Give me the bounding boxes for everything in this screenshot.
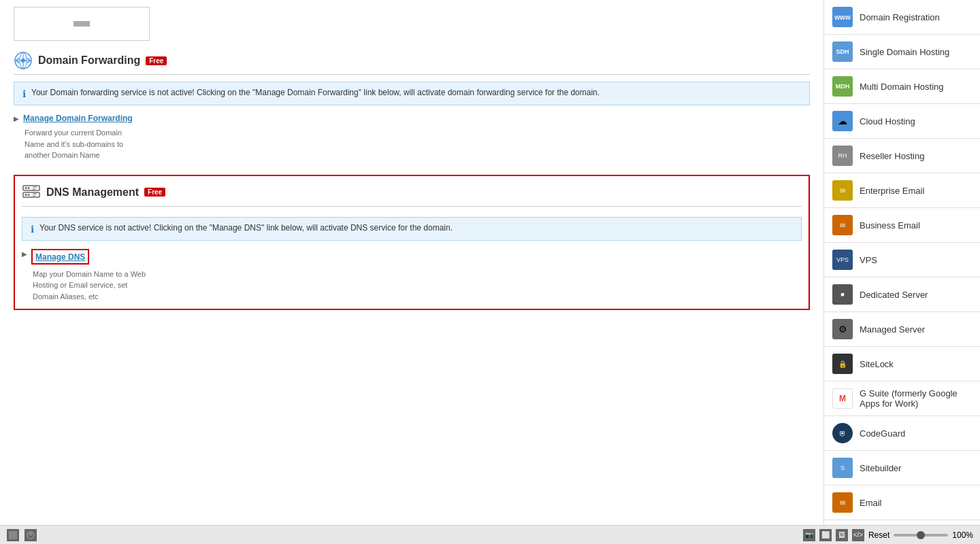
- arrow-icon: ▶: [14, 115, 19, 122]
- manage-forwarding-link[interactable]: Manage Domain Forwarding: [23, 114, 133, 123]
- svg-rect-15: [9, 531, 17, 539]
- sidebar-label-business-email: Business Email: [860, 220, 920, 231]
- sidebar-label-managed-server: Managed Server: [860, 324, 925, 335]
- toolbar-icon-1[interactable]: [7, 529, 19, 541]
- dns-management-icon: [22, 183, 41, 202]
- sidebar-icon-sitelock: 🔒: [832, 354, 853, 374]
- sidebar-label-codeguard: CodeGuard: [860, 428, 905, 439]
- top-thumbnail: [14, 7, 150, 41]
- sidebar-label-sitebuilder: Sitebuilder: [860, 463, 901, 473]
- manage-dns-link[interactable]: Manage DNS: [35, 252, 85, 262]
- info-icon: ℹ: [22, 88, 26, 99]
- svg-point-4: [21, 58, 25, 63]
- sidebar-item-vps[interactable]: VPSVPS: [824, 243, 980, 277]
- svg-point-10: [28, 194, 30, 196]
- zoom-slider[interactable]: [894, 534, 948, 537]
- svg-point-9: [28, 187, 30, 189]
- sidebar-item-single-domain-hosting[interactable]: SDHSingle Domain Hosting: [824, 35, 980, 69]
- dns-management-title: DNS Management: [46, 186, 139, 199]
- sidebar-icon-gsuite: M: [832, 388, 853, 409]
- dns-management-info: ℹ Your DNS service is not active! Clicki…: [22, 217, 802, 241]
- sidebar: wwwDomain RegistrationSDHSingle Domain H…: [823, 0, 980, 544]
- sidebar-item-email[interactable]: ✉Email: [824, 486, 980, 520]
- sidebar-label-reseller-hosting: Reseller Hosting: [860, 151, 924, 161]
- bottom-toolbar: 📷 ⬜ 🖼 </> Reset 100%: [0, 525, 980, 544]
- sidebar-icon-reseller-hosting: RH: [832, 146, 853, 166]
- sidebar-item-dedicated-server[interactable]: ■Dedicated Server: [824, 277, 980, 312]
- sidebar-label-domain-registration: Domain Registration: [860, 12, 940, 22]
- sidebar-item-domain-registration[interactable]: wwwDomain Registration: [824, 0, 980, 35]
- manage-dns-highlight: Manage DNS: [31, 249, 89, 265]
- sidebar-icon-vps: VPS: [832, 250, 853, 270]
- domain-forwarding-section: Domain Forwarding Free ℹ Your Domain for…: [14, 51, 810, 161]
- sidebar-label-enterprise-email: Enterprise Email: [860, 186, 924, 196]
- dns-management-section: DNS Management Free ℹ Your DNS service i…: [14, 175, 810, 311]
- sidebar-label-single-domain-hosting: Single Domain Hosting: [860, 47, 949, 57]
- svg-point-8: [25, 194, 27, 196]
- sidebar-item-gsuite[interactable]: MG Suite (formerly Google Apps for Work): [824, 381, 980, 416]
- sidebar-item-enterprise-email[interactable]: ✉Enterprise Email: [824, 173, 980, 208]
- domain-forwarding-info-text: Your Domain forwarding service is not ac…: [31, 88, 600, 97]
- zoom-level: 100%: [952, 530, 973, 540]
- thumb-button[interactable]: [74, 21, 90, 27]
- sidebar-item-sitebuilder[interactable]: SSitebuilder: [824, 451, 980, 486]
- window-icon[interactable]: ⬜: [819, 529, 832, 541]
- sidebar-label-cloud-hosting: Cloud Hosting: [860, 116, 915, 126]
- sidebar-label-gsuite: G Suite (formerly Google Apps for Work): [860, 388, 972, 409]
- dns-management-desc: Map your Domain Name to a WebHosting or …: [33, 269, 802, 303]
- sidebar-icon-domain-registration: www: [832, 7, 853, 27]
- camera-icon[interactable]: 📷: [803, 529, 815, 541]
- dns-arrow-icon: ▶: [22, 250, 27, 258]
- sidebar-item-cloud-hosting[interactable]: ☁Cloud Hosting: [824, 104, 980, 139]
- reset-button[interactable]: Reset: [868, 530, 889, 540]
- sidebar-icon-sitebuilder: S: [832, 458, 853, 478]
- sidebar-label-email: Email: [860, 498, 882, 508]
- dns-management-info-text: Your DNS service is not active! Clicking…: [39, 223, 453, 233]
- sidebar-item-codeguard[interactable]: ⛨CodeGuard: [824, 416, 980, 451]
- sidebar-label-sitelock: SiteLock: [860, 359, 894, 369]
- image-icon[interactable]: 🖼: [836, 529, 848, 541]
- code-icon[interactable]: </>: [852, 529, 864, 541]
- sidebar-icon-single-domain-hosting: SDH: [832, 41, 853, 62]
- sidebar-icon-cloud-hosting: ☁: [832, 111, 853, 131]
- sidebar-icon-multi-domain-hosting: MDH: [832, 76, 853, 97]
- toolbar-icon-2[interactable]: [24, 529, 37, 541]
- dns-management-badge: Free: [144, 188, 165, 197]
- domain-forwarding-icon: [14, 51, 33, 70]
- sidebar-label-vps: VPS: [860, 255, 877, 265]
- sidebar-item-multi-domain-hosting[interactable]: MDHMulti Domain Hosting: [824, 69, 980, 104]
- sidebar-label-multi-domain-hosting: Multi Domain Hosting: [860, 82, 944, 92]
- sidebar-item-reseller-hosting[interactable]: RHReseller Hosting: [824, 139, 980, 173]
- domain-forwarding-header: Domain Forwarding Free: [14, 51, 810, 75]
- main-content: Domain Forwarding Free ℹ Your Domain for…: [0, 0, 823, 544]
- sidebar-icon-email: ✉: [832, 492, 853, 513]
- dns-info-icon: ℹ: [31, 224, 34, 235]
- toolbar-right: 📷 ⬜ 🖼 </> Reset 100%: [803, 529, 973, 541]
- dns-management-header: DNS Management Free: [22, 183, 802, 207]
- sidebar-label-dedicated-server: Dedicated Server: [860, 290, 928, 300]
- sidebar-icon-enterprise-email: ✉: [832, 180, 853, 201]
- svg-point-7: [25, 187, 27, 189]
- sidebar-item-business-email[interactable]: ✉Business Email: [824, 208, 980, 243]
- domain-forwarding-desc: Forward your current DomainName and it's…: [24, 127, 810, 161]
- domain-forwarding-badge: Free: [146, 56, 167, 65]
- domain-forwarding-info: ℹ Your Domain forwarding service is not …: [14, 82, 810, 105]
- sidebar-icon-codeguard: ⛨: [832, 423, 853, 443]
- toolbar-left: [7, 529, 37, 541]
- sidebar-icon-dedicated-server: ■: [832, 284, 853, 305]
- manage-dns-row: ▶ Manage DNS: [22, 249, 802, 265]
- domain-forwarding-title: Domain Forwarding: [38, 54, 140, 67]
- sidebar-item-managed-server[interactable]: ⚙Managed Server: [824, 312, 980, 347]
- sidebar-item-sitelock[interactable]: 🔒SiteLock: [824, 347, 980, 381]
- manage-forwarding-row: ▶ Manage Domain Forwarding: [14, 114, 810, 123]
- sidebar-icon-business-email: ✉: [832, 215, 853, 235]
- sidebar-icon-managed-server: ⚙: [832, 319, 853, 339]
